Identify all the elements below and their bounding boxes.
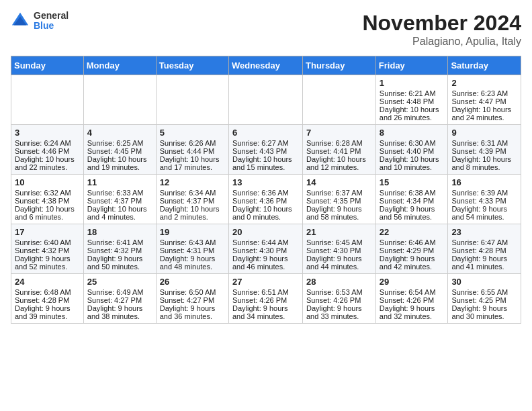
calendar-cell: 1Sunrise: 6:21 AMSunset: 4:48 PMDaylight… xyxy=(375,75,448,125)
header-row: SundayMondayTuesdayWednesdayThursdayFrid… xyxy=(11,56,521,75)
day-info: Sunset: 4:45 PM xyxy=(87,147,152,155)
day-info: Sunset: 4:48 PM xyxy=(380,97,445,105)
day-info: Daylight: 9 hours and 33 minutes. xyxy=(306,304,372,320)
calendar-table: SundayMondayTuesdayWednesdayThursdayFrid… xyxy=(11,56,521,324)
day-number: 28 xyxy=(306,277,372,287)
day-number: 13 xyxy=(232,177,299,187)
day-number: 27 xyxy=(232,277,299,287)
calendar-cell: 14Sunrise: 6:37 AMSunset: 4:35 PMDayligh… xyxy=(303,175,376,224)
day-info: Sunset: 4:40 PM xyxy=(380,147,445,155)
day-number: 29 xyxy=(380,277,445,287)
day-info: Daylight: 10 hours and 10 minutes. xyxy=(380,155,445,171)
day-info: Sunset: 4:27 PM xyxy=(160,296,225,304)
day-number: 20 xyxy=(232,227,299,237)
day-info: Sunset: 4:37 PM xyxy=(87,197,152,205)
logo-blue: Blue xyxy=(34,21,69,31)
calendar-cell: 29Sunrise: 6:54 AMSunset: 4:26 PMDayligh… xyxy=(375,274,448,324)
day-info: Sunrise: 6:48 AM xyxy=(15,288,80,296)
calendar-cell: 25Sunrise: 6:49 AMSunset: 4:27 PMDayligh… xyxy=(83,274,156,324)
day-info: Sunrise: 6:53 AM xyxy=(306,288,372,296)
day-info: Sunset: 4:31 PM xyxy=(160,246,225,255)
calendar-body: 1Sunrise: 6:21 AMSunset: 4:48 PMDaylight… xyxy=(11,75,521,324)
calendar-cell: 2Sunrise: 6:23 AMSunset: 4:47 PMDaylight… xyxy=(448,75,521,125)
week-row: 24Sunrise: 6:48 AMSunset: 4:28 PMDayligh… xyxy=(11,274,521,324)
header-day-sunday: Sunday xyxy=(11,56,84,75)
day-number: 30 xyxy=(451,277,517,287)
day-info: Sunrise: 6:39 AM xyxy=(451,189,517,197)
day-info: Daylight: 10 hours and 22 minutes. xyxy=(15,155,80,171)
day-info: Sunset: 4:29 PM xyxy=(380,246,445,255)
day-number: 14 xyxy=(306,177,372,187)
calendar-cell: 30Sunrise: 6:55 AMSunset: 4:25 PMDayligh… xyxy=(448,274,521,324)
calendar-cell: 13Sunrise: 6:36 AMSunset: 4:36 PMDayligh… xyxy=(228,175,302,224)
calendar-cell: 3Sunrise: 6:24 AMSunset: 4:46 PMDaylight… xyxy=(11,125,84,175)
day-info: Daylight: 10 hours and 0 minutes. xyxy=(232,205,299,221)
calendar-cell: 18Sunrise: 6:41 AMSunset: 4:32 PMDayligh… xyxy=(83,224,156,274)
day-info: Sunset: 4:27 PM xyxy=(87,296,152,304)
calendar-cell xyxy=(228,75,302,125)
day-number: 15 xyxy=(380,177,445,187)
day-info: Sunset: 4:38 PM xyxy=(15,197,80,205)
calendar-cell: 4Sunrise: 6:25 AMSunset: 4:45 PMDaylight… xyxy=(83,125,156,175)
calendar-cell: 20Sunrise: 6:44 AMSunset: 4:30 PMDayligh… xyxy=(228,224,302,274)
day-info: Daylight: 9 hours and 42 minutes. xyxy=(380,255,445,271)
day-info: Sunrise: 6:51 AM xyxy=(232,288,299,296)
title-block: November 2024 Palagiano, Apulia, Italy xyxy=(362,11,521,48)
location: Palagiano, Apulia, Italy xyxy=(362,36,521,48)
week-row: 10Sunrise: 6:32 AMSunset: 4:38 PMDayligh… xyxy=(11,175,521,224)
day-info: Sunset: 4:46 PM xyxy=(15,147,80,155)
day-info: Sunset: 4:37 PM xyxy=(160,197,225,205)
day-info: Sunrise: 6:37 AM xyxy=(306,189,372,197)
day-number: 16 xyxy=(451,177,517,187)
day-info: Daylight: 10 hours and 24 minutes. xyxy=(451,105,517,122)
day-info: Sunrise: 6:27 AM xyxy=(232,139,299,147)
calendar-cell xyxy=(11,75,84,125)
day-number: 4 xyxy=(87,128,152,138)
calendar-cell: 11Sunrise: 6:33 AMSunset: 4:37 PMDayligh… xyxy=(83,175,156,224)
day-number: 19 xyxy=(160,227,225,237)
day-info: Daylight: 9 hours and 56 minutes. xyxy=(380,205,445,221)
day-info: Daylight: 9 hours and 50 minutes. xyxy=(87,255,152,271)
day-info: Sunset: 4:47 PM xyxy=(451,97,517,105)
calendar-cell: 16Sunrise: 6:39 AMSunset: 4:33 PMDayligh… xyxy=(448,175,521,224)
day-info: Sunrise: 6:54 AM xyxy=(380,288,445,296)
day-info: Sunrise: 6:33 AM xyxy=(87,189,152,197)
day-info: Daylight: 9 hours and 36 minutes. xyxy=(160,304,225,320)
day-info: Daylight: 9 hours and 32 minutes. xyxy=(380,304,445,320)
day-info: Daylight: 9 hours and 52 minutes. xyxy=(15,255,80,271)
calendar-cell: 9Sunrise: 6:31 AMSunset: 4:39 PMDaylight… xyxy=(448,125,521,175)
calendar-cell: 27Sunrise: 6:51 AMSunset: 4:26 PMDayligh… xyxy=(228,274,302,324)
day-info: Sunset: 4:26 PM xyxy=(232,296,299,304)
day-info: Sunrise: 6:45 AM xyxy=(306,238,372,246)
week-row: 3Sunrise: 6:24 AMSunset: 4:46 PMDaylight… xyxy=(11,125,521,175)
day-info: Sunset: 4:41 PM xyxy=(306,147,372,155)
day-info: Daylight: 9 hours and 58 minutes. xyxy=(306,205,372,221)
day-info: Sunrise: 6:32 AM xyxy=(15,189,80,197)
day-info: Sunrise: 6:36 AM xyxy=(232,189,299,197)
day-info: Daylight: 10 hours and 12 minutes. xyxy=(306,155,372,171)
day-info: Daylight: 10 hours and 19 minutes. xyxy=(87,155,152,171)
day-info: Sunrise: 6:30 AM xyxy=(380,139,445,147)
page-header: General Blue November 2024 Palagiano, Ap… xyxy=(11,11,521,48)
calendar-cell: 12Sunrise: 6:34 AMSunset: 4:37 PMDayligh… xyxy=(156,175,228,224)
day-info: Sunset: 4:34 PM xyxy=(380,197,445,205)
day-number: 5 xyxy=(160,128,225,138)
day-info: Daylight: 9 hours and 44 minutes. xyxy=(306,255,372,271)
day-number: 8 xyxy=(380,128,445,138)
day-info: Daylight: 10 hours and 15 minutes. xyxy=(232,155,299,171)
header-day-friday: Friday xyxy=(375,56,448,75)
day-info: Sunrise: 6:50 AM xyxy=(160,288,225,296)
day-info: Sunrise: 6:31 AM xyxy=(451,139,517,147)
calendar-cell: 17Sunrise: 6:40 AMSunset: 4:32 PMDayligh… xyxy=(11,224,84,274)
day-info: Sunrise: 6:28 AM xyxy=(306,139,372,147)
day-info: Daylight: 10 hours and 2 minutes. xyxy=(160,205,225,221)
day-number: 6 xyxy=(232,128,299,138)
calendar-cell: 15Sunrise: 6:38 AMSunset: 4:34 PMDayligh… xyxy=(375,175,448,224)
day-info: Sunset: 4:26 PM xyxy=(380,296,445,304)
header-day-wednesday: Wednesday xyxy=(228,56,302,75)
day-info: Daylight: 9 hours and 38 minutes. xyxy=(87,304,152,320)
day-number: 18 xyxy=(87,227,152,237)
header-day-saturday: Saturday xyxy=(448,56,521,75)
day-info: Sunset: 4:32 PM xyxy=(15,246,80,255)
day-number: 21 xyxy=(306,227,372,237)
